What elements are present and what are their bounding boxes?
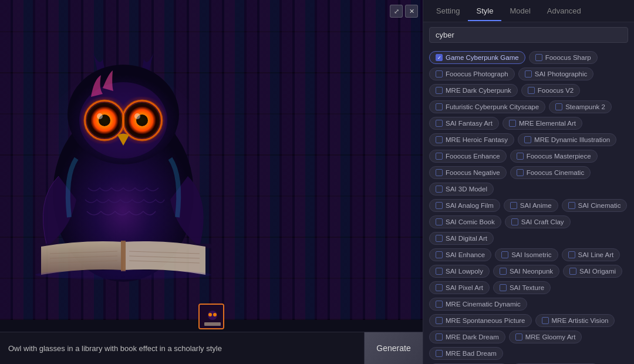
style-chip[interactable]: Fooocus Cinematic: [510, 166, 591, 179]
style-row: Fooocus EnhanceFooocus Masterpiece: [429, 150, 628, 163]
style-chip[interactable]: Fooocus Negative: [429, 166, 507, 179]
chip-checkbox: [542, 317, 549, 324]
style-chip[interactable]: Steampunk 2: [549, 100, 612, 113]
style-chip[interactable]: MRE Bad Dream: [429, 347, 503, 360]
chip-label: Steampunk 2: [565, 103, 605, 110]
style-search-input[interactable]: [429, 27, 628, 43]
chip-label: Fooocus Sharp: [545, 54, 591, 61]
style-row: SAI Comic BookSAI Craft ClaySAI Digital …: [429, 215, 628, 245]
chip-label: MRE Spontaneous Picture: [446, 317, 525, 324]
chip-label: Fooocus Enhance: [446, 153, 500, 160]
tab-advanced[interactable]: Advanced: [539, 2, 589, 21]
style-chip[interactable]: SAI Fantasy Art: [429, 117, 499, 130]
style-chip[interactable]: MRE Elemental Art: [503, 117, 582, 130]
style-chip[interactable]: MRE Dynamic Illustration: [518, 133, 616, 146]
svg-point-13: [97, 113, 103, 119]
chip-checkbox: [501, 251, 508, 258]
style-row: MRE Dark DreamMRE Gloomy ArtMRE Bad Drea…: [429, 331, 628, 360]
chip-label: SAI Enhance: [446, 251, 485, 258]
chip-label: MRE Gloomy Art: [525, 333, 576, 341]
chip-label: SAI Comic Book: [446, 218, 495, 225]
chip-checkbox: [517, 153, 524, 160]
style-chip[interactable]: SAI Neonpunk: [493, 265, 559, 278]
chip-checkbox: [436, 251, 443, 258]
style-row: Game Cyberpunk GameFooocus Sharp: [429, 51, 628, 64]
style-chip[interactable]: SAI Anime: [504, 199, 558, 212]
search-box: [423, 22, 634, 48]
style-chip[interactable]: SAI Pixel Art: [429, 281, 490, 294]
svg-rect-18: [121, 241, 126, 271]
style-chip[interactable]: SAI Origami: [563, 265, 622, 278]
style-chip[interactable]: MRE Gloomy Art: [509, 331, 582, 343]
style-row: SAI Pixel ArtSAI TextureMRE Cinematic Dy…: [429, 281, 628, 311]
style-chip[interactable]: SAI Lowpoly: [429, 265, 490, 278]
chip-label: MRE Dynamic Illustration: [534, 136, 610, 143]
tab-setting[interactable]: Setting: [428, 2, 468, 21]
chip-checkbox: [511, 218, 518, 225]
chip-checkbox: [436, 103, 443, 110]
style-chip[interactable]: SAI Isometric: [495, 248, 558, 261]
style-chip[interactable]: MRE Dark Dream: [429, 331, 505, 343]
style-chip[interactable]: Fooocus Masterpiece: [510, 150, 598, 163]
chip-label: MRE Heroic Fantasy: [446, 136, 508, 143]
chip-label: SAI Isometric: [511, 251, 551, 258]
expand-button[interactable]: ⤢: [390, 5, 403, 18]
style-chip[interactable]: MRE Cinematic Dynamic: [429, 298, 527, 311]
chip-label: Futuristic Cyberpunk Cityscape: [446, 103, 539, 110]
style-chip[interactable]: SAI Photographic: [518, 68, 594, 80]
chip-label: MRE Artistic Vision: [552, 317, 609, 324]
tabs-row: Setting Style Model Advanced: [423, 0, 634, 22]
prompt-input[interactable]: [0, 332, 364, 364]
style-row: SAI LowpolySAI NeonpunkSAI Origami: [429, 265, 628, 278]
chip-label: Fooocus Negative: [446, 169, 500, 176]
tab-style[interactable]: Style: [468, 2, 501, 21]
right-panel: Setting Style Model Advanced Game Cyberp…: [423, 0, 634, 364]
svg-point-29: [213, 313, 217, 316]
chip-label: Game Cyberpunk Game: [446, 54, 519, 61]
chip-checkbox: [568, 251, 575, 258]
style-chip[interactable]: SAI Cinematic: [562, 199, 628, 212]
style-chip[interactable]: Futuristic Cyberpunk Cityscape: [429, 100, 545, 113]
style-chip[interactable]: SAI Comic Book: [429, 215, 501, 228]
style-chip[interactable]: SAI Analog Film: [429, 199, 500, 212]
style-chip[interactable]: SAI Craft Clay: [505, 215, 571, 228]
chip-checkbox: [436, 54, 443, 61]
style-row: MRE Heroic FantasyMRE Dynamic Illustrati…: [429, 133, 628, 146]
chip-label: MRE Elemental Art: [519, 120, 576, 127]
chip-checkbox: [500, 268, 507, 275]
chip-checkbox: [515, 333, 522, 341]
style-row: MRE Dark CyberpunkFooocus V2: [429, 84, 628, 97]
style-chip[interactable]: MRE Heroic Fantasy: [429, 133, 514, 146]
style-chip[interactable]: SAI Enhance: [429, 248, 491, 261]
style-chip[interactable]: Fooocus Enhance: [429, 150, 507, 163]
style-chip[interactable]: MRE Artistic Vision: [535, 314, 615, 327]
chip-checkbox: [509, 120, 516, 127]
style-chip[interactable]: Fooocus Sharp: [529, 51, 598, 64]
svg-point-25: [35, 270, 211, 279]
style-chip[interactable]: MRE Dark Cyberpunk: [429, 84, 518, 97]
chip-label: SAI Cinematic: [578, 202, 621, 209]
style-chip[interactable]: SAI 3D Model: [429, 183, 494, 196]
chip-label: SAI Origami: [579, 268, 616, 275]
style-chip[interactable]: SAI Line Art: [562, 248, 620, 261]
chip-label: SAI Neonpunk: [510, 268, 553, 275]
chip-checkbox: [436, 284, 443, 291]
style-chip[interactable]: SAI Digital Art: [429, 232, 494, 245]
chip-checkbox: [436, 136, 443, 143]
generate-button[interactable]: Generate: [364, 332, 423, 365]
chip-label: SAI Digital Art: [446, 235, 487, 242]
chip-checkbox: [436, 333, 443, 341]
style-chip[interactable]: MRE Spontaneous Picture: [429, 314, 532, 327]
style-chip[interactable]: Game Cyberpunk Game: [429, 51, 525, 64]
chip-checkbox: [436, 153, 443, 160]
style-chip[interactable]: SAI Texture: [493, 281, 551, 294]
style-chip[interactable]: Fooocus V2: [521, 84, 580, 97]
thumbnail-item[interactable]: [198, 304, 224, 329]
close-image-button[interactable]: ✕: [405, 5, 418, 18]
left-panel: ⤢ ✕ Generate: [0, 0, 423, 364]
style-chip[interactable]: Fooocus Photograph: [429, 68, 515, 80]
chip-label: SAI Lowpoly: [446, 268, 483, 275]
tab-model[interactable]: Model: [501, 2, 538, 21]
generated-image: [0, 12, 423, 296]
chip-label: SAI 3D Model: [446, 186, 487, 193]
